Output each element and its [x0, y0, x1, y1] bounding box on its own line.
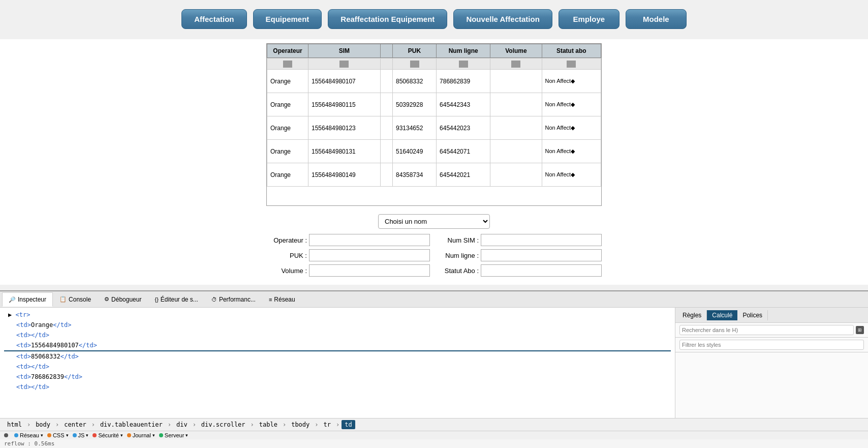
table-cell: 1556484980123 [308, 116, 380, 140]
table-cell [380, 93, 392, 116]
breadcrumb-div.tableauentier[interactable]: div.tableauentier [97, 420, 166, 429]
devtools-tab-editeur[interactable]: {}Éditeur de s... [148, 292, 204, 307]
status-label-js: JS [78, 432, 85, 438]
breadcrumb-div[interactable]: div [173, 420, 191, 429]
devtools-tab-inspecteur[interactable]: 🔎Inspecteur [2, 292, 53, 307]
devtools-tab-icon-console: 📋 [59, 296, 67, 303]
form-field-statutabo: Statut Abo : [438, 264, 602, 277]
table-cell: 645442021 [437, 163, 490, 187]
status-item-serveur[interactable]: Serveur▾ [159, 432, 189, 438]
devtools-breadcrumb: html › body › center › div.tableauentier… [0, 418, 868, 431]
col-blank [380, 44, 392, 58]
devtools-right-tab-règles[interactable]: Règles [677, 310, 707, 320]
devtools-tab-reseau[interactable]: ≡Réseau [262, 292, 302, 307]
breadcrumb-tr[interactable]: tr [321, 420, 334, 429]
table-scroller[interactable]: Orange155648498010785068332786862839Non … [267, 58, 601, 205]
table-row[interactable]: Orange155648498011550392928645442343Non … [267, 93, 601, 116]
breadcrumb-separator: › [55, 421, 59, 428]
form-field-puk: PUK : [266, 249, 430, 261]
breadcrumb-body[interactable]: body [33, 420, 53, 429]
breadcrumb-center[interactable]: center [61, 420, 89, 429]
devtools-tab-debogueur[interactable]: ⚙Débogueur [98, 292, 148, 307]
status-item-js[interactable]: JS▾ [73, 432, 89, 438]
table-cell: 50392928 [392, 93, 436, 116]
devtools-code-line[interactable]: <td></td> [4, 382, 671, 392]
form-field-volume: Volume : [266, 264, 430, 277]
devtools-panel: 🔎Inspecteur📋Console⚙Débogueur{}Éditeur d… [0, 290, 868, 448]
status-dot-réseau [14, 433, 18, 437]
devtools-tab-icon-debogueur: ⚙ [104, 296, 109, 303]
status-item-css[interactable]: CSS▾ [47, 432, 69, 438]
devtools-code-line[interactable]: <td>Orange</td> [4, 320, 671, 330]
devtools-search-icon[interactable]: ⊞ [856, 326, 864, 334]
devtools-code-line[interactable]: <td>1556484980107</td> [4, 340, 671, 350]
nav-btn-affectation[interactable]: Affectation [181, 9, 246, 29]
status-item-réseau[interactable]: Réseau▾ [14, 432, 43, 438]
form-input-operateur[interactable] [309, 234, 430, 246]
breadcrumb-table[interactable]: table [256, 420, 281, 429]
devtools-tab-performanc[interactable]: ⏱Performanc... [205, 292, 262, 307]
table-cell: 1556484980131 [308, 140, 380, 163]
devtools-code-line[interactable]: ▶ <tr> [4, 310, 671, 320]
table-cell [490, 70, 542, 93]
breadcrumb-html[interactable]: html [4, 420, 25, 429]
table-cell: 786862839 [437, 70, 490, 93]
devtools-tab-console[interactable]: 📋Console [53, 292, 98, 307]
nav-btn-equipement[interactable]: Equipement [253, 9, 322, 29]
data-table: Orange155648498010785068332786862839Non … [267, 58, 601, 187]
table-row[interactable]: Orange155648498010785068332786862839Non … [267, 70, 601, 93]
table-header-row: Operateur SIM PUK Num ligne Volume Statu… [267, 44, 601, 58]
table-cell [380, 140, 392, 163]
status-item-journal[interactable]: Journal▾ [127, 432, 155, 438]
status-dot-js [73, 433, 77, 437]
breadcrumb-tbody[interactable]: tbody [288, 420, 313, 429]
nav-btn-reaffectation[interactable]: Reaffectation Equipement [328, 9, 447, 29]
table-row[interactable]: Orange155648498014984358734645442021Non … [267, 163, 601, 187]
devtools-status-bar: Réseau▾CSS▾JS▾Sécurité▾Journal▾Serveur▾ [0, 431, 868, 439]
devtools-code-line[interactable]: <td>85068332</td> [4, 351, 671, 362]
nav-btn-employe[interactable]: Employe [559, 9, 619, 29]
breadcrumb-div.scroller[interactable]: div.scroller [198, 420, 249, 429]
form-input-volume[interactable] [309, 264, 430, 277]
form-input-numsim[interactable] [481, 234, 602, 246]
devtools-right-tab-polices[interactable]: Polices [737, 310, 768, 320]
table-cell: Orange [267, 116, 308, 140]
dropdown-row: Choisi un nom [266, 214, 602, 229]
table-row[interactable]: Orange155648498012393134652645442023Non … [267, 116, 601, 140]
devtools-tab-icon-inspecteur: 🔎 [9, 296, 16, 303]
devtools-right-tab-calculé[interactable]: Calculé [707, 310, 737, 320]
name-select[interactable]: Choisi un nom [378, 214, 490, 229]
form-label-numligne: Num ligne : [438, 252, 479, 259]
table-cell: Orange [267, 93, 308, 116]
devtools-filter-input[interactable] [679, 340, 864, 350]
table-row[interactable]: Orange155648498013151640249645442071Non … [267, 140, 601, 163]
table-cell: 85068332 [392, 70, 436, 93]
table-cell: 93134652 [392, 116, 436, 140]
status-dropdown-arrow: ▾ [185, 433, 188, 438]
table-cell: Orange [267, 140, 308, 163]
table-cell [490, 163, 542, 187]
devtools-code-view[interactable]: ▶ <tr><td>Orange</td><td></td><td>155648… [0, 308, 675, 418]
table-cell [380, 70, 392, 93]
form-label-statutabo: Statut Abo : [438, 267, 479, 275]
breadcrumb-separator: › [193, 421, 196, 428]
status-dropdown-arrow: ▾ [66, 433, 69, 438]
devtools-code-line[interactable]: <td></td> [4, 362, 671, 372]
form-input-numligne[interactable] [481, 249, 602, 261]
devtools-search-input[interactable] [679, 325, 854, 335]
breadcrumb-td[interactable]: td [342, 420, 355, 429]
table-cell: Orange [267, 163, 308, 187]
table-body: Orange155648498010785068332786862839Non … [267, 58, 601, 187]
devtools-right-top: RèglesCalculéPolices [675, 308, 868, 323]
status-dot-journal [127, 433, 131, 437]
status-item-sécurité[interactable]: Sécurité▾ [92, 432, 122, 438]
page-wrapper: AffectationEquipementReaffectation Equip… [0, 0, 868, 285]
devtools-code-line[interactable]: <td></td> [4, 330, 671, 340]
form-input-puk[interactable] [309, 249, 430, 261]
devtools-tab-label-editeur: Éditeur de s... [161, 296, 198, 303]
devtools-code-line[interactable]: <td>786862839</td> [4, 372, 671, 382]
form-input-statutabo[interactable] [481, 264, 602, 277]
nav-btn-modele[interactable]: Modele [626, 9, 687, 29]
nav-btn-nouvelle[interactable]: Nouvelle Affectation [453, 9, 552, 29]
devtools-tabs: 🔎Inspecteur📋Console⚙Débogueur{}Éditeur d… [0, 291, 868, 308]
